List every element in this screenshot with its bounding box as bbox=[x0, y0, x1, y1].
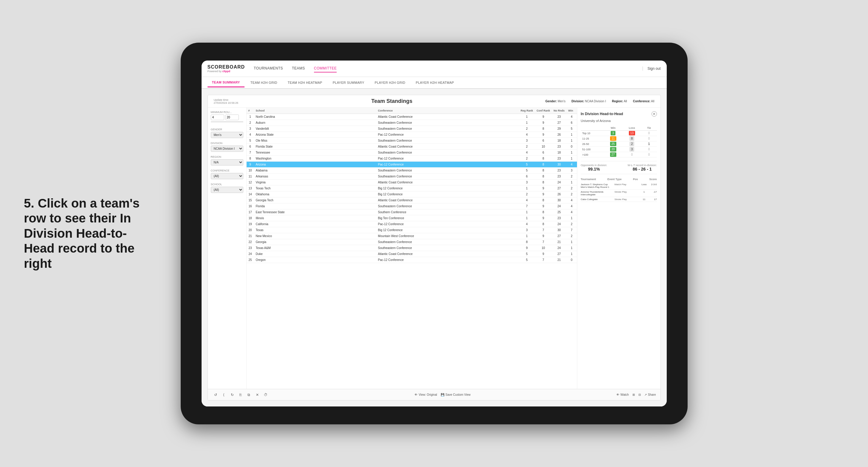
nav-tournaments[interactable]: TOURNAMENTS bbox=[254, 65, 283, 72]
table-row[interactable]: 9 Arizona Pac-12 Conference 5 8 30 4 bbox=[247, 162, 577, 167]
tournament-row-3[interactable]: Cabo Collegiate Stroke Play 11 17 bbox=[581, 197, 657, 202]
table-row[interactable]: 12 Virginia Atlantic Coast Conference 3 … bbox=[247, 180, 577, 186]
step-back-button[interactable]: ⟨ bbox=[221, 392, 227, 398]
subnav-team-summary[interactable]: TEAM SUMMARY bbox=[208, 78, 245, 87]
table-row[interactable]: 15 Georgia Tech Atlantic Coast Conferenc… bbox=[247, 197, 577, 204]
sub-nav: TEAM SUMMARY TEAM H2H GRID TEAM H2H HEAT… bbox=[202, 77, 667, 89]
tournament-row-1[interactable]: Jackson T. Stephens Cup Men's Match-Play… bbox=[581, 182, 657, 190]
table-row[interactable]: 24 Duke Atlantic Coast Conference 5 9 27… bbox=[247, 251, 577, 257]
conference-select[interactable]: (All) bbox=[211, 173, 243, 179]
grid-button[interactable]: ⊟ bbox=[639, 393, 641, 396]
nav-teams[interactable]: TEAMS bbox=[292, 65, 305, 72]
col-school: School bbox=[254, 108, 376, 114]
h2h-win: 25 bbox=[604, 142, 623, 147]
h2h-close-button[interactable]: ✕ bbox=[652, 111, 657, 117]
table-row[interactable]: 7 Tennessee Southeastern Conference 4 6 … bbox=[247, 150, 577, 156]
cell-rounds: 23 bbox=[552, 144, 566, 150]
table-row[interactable]: 5 Ole Miss Southeastern Conference 3 6 1… bbox=[247, 138, 577, 144]
delete-button[interactable]: ✕ bbox=[254, 392, 260, 398]
table-row[interactable]: 17 East Tennessee State Southern Confere… bbox=[247, 209, 577, 215]
col-conference: Conference bbox=[376, 108, 519, 114]
h2h-col-win: Win bbox=[604, 126, 623, 131]
table-row[interactable]: 6 Florida State Atlantic Coast Conferenc… bbox=[247, 144, 577, 150]
paste-button[interactable]: ⧉ bbox=[246, 392, 252, 398]
subnav-player-h2h-grid[interactable]: PLAYER H2H GRID bbox=[370, 79, 410, 87]
table-row[interactable]: 25 Oregon Pac-12 Conference 5 7 21 0 bbox=[247, 257, 577, 263]
table-row[interactable]: 16 Florida Southeastern Conference 7 9 2… bbox=[247, 204, 577, 209]
table-row[interactable]: 23 Texas A&M Southeastern Conference 9 1… bbox=[247, 245, 577, 251]
logo-area: SCOREBOARD Powered by clippd bbox=[208, 64, 245, 73]
app-title: SCOREBOARD bbox=[208, 64, 245, 70]
division-select[interactable]: NCAA Division I bbox=[211, 146, 243, 152]
history-button[interactable]: ⏱ bbox=[262, 392, 269, 398]
h2h-header: In Division Head-to-Head ✕ bbox=[581, 111, 657, 117]
tournament-row-2[interactable]: Arizona Thunderbirds Intercollegiate Str… bbox=[581, 190, 657, 197]
min-rounds-input1[interactable] bbox=[211, 115, 224, 120]
cell-rounds: 24 bbox=[552, 204, 566, 209]
subnav-player-summary[interactable]: PLAYER SUMMARY bbox=[328, 79, 369, 87]
cell-rounds: 29 bbox=[552, 126, 566, 132]
table-row[interactable]: 10 Alabama Southeastern Conference 5 8 2… bbox=[247, 167, 577, 174]
table-row[interactable]: 13 Texas Tech Big 12 Conference 1 9 27 2 bbox=[247, 186, 577, 191]
cell-school: North Carolina bbox=[254, 114, 376, 120]
table-row[interactable]: 1 North Carolina Atlantic Coast Conferen… bbox=[247, 114, 577, 120]
save-icon: 💾 bbox=[441, 393, 444, 396]
redo-button[interactable]: ↻ bbox=[229, 392, 236, 398]
table-row[interactable]: 14 Oklahoma Big 12 Conference 2 9 26 2 bbox=[247, 191, 577, 197]
cell-reg-rank: 3 bbox=[519, 227, 535, 233]
tourn-pos-2: 1 bbox=[640, 191, 648, 196]
layout-button[interactable]: ⊞ bbox=[632, 393, 635, 396]
brand-name: clippd bbox=[222, 70, 230, 73]
region-select[interactable]: N/A bbox=[211, 159, 243, 165]
bottom-toolbar: ↺ ⟨ ↻ ⎘ ⧉ ✕ ⏱ 👁 View: Original bbox=[208, 389, 660, 400]
cell-rank: 20 bbox=[247, 227, 254, 233]
table-row[interactable]: 21 New Mexico Mountain West Conference 1… bbox=[247, 233, 577, 239]
table-row[interactable]: 2 Auburn Southeastern Conference 1 9 27 … bbox=[247, 120, 577, 126]
col-conf-rank: Conf Rank bbox=[535, 108, 552, 114]
cell-win: 0 bbox=[566, 144, 577, 150]
division-group: Division NCAA Division I bbox=[211, 142, 243, 152]
gender-select[interactable]: Men's bbox=[211, 132, 243, 138]
copy-button[interactable]: ⎘ bbox=[237, 392, 244, 398]
cell-reg-rank: 4 bbox=[519, 150, 535, 156]
cell-rounds: 30 bbox=[552, 162, 566, 167]
cell-rank: 6 bbox=[247, 144, 254, 150]
sign-out-button[interactable]: Sign out bbox=[643, 66, 660, 71]
tourn-pos-1: Loss bbox=[640, 183, 648, 188]
table-row[interactable]: 20 Texas Big 12 Conference 3 7 30 7 bbox=[247, 227, 577, 233]
cell-rounds: 21 bbox=[552, 239, 566, 245]
h2h-tie: 1 bbox=[641, 142, 657, 147]
school-select[interactable]: (All) bbox=[211, 187, 243, 193]
subnav-team-h2h-heatmap[interactable]: TEAM H2H HEATMAP bbox=[283, 79, 327, 87]
table-row[interactable]: 11 Arkansas Southeastern Conference 6 8 … bbox=[247, 174, 577, 180]
cell-conference: Big 12 Conference bbox=[376, 227, 519, 233]
min-rounds-input2[interactable] bbox=[225, 115, 239, 120]
subnav-team-h2h-grid[interactable]: TEAM H2H GRID bbox=[246, 79, 282, 87]
share-button[interactable]: ↗ Share bbox=[644, 393, 656, 396]
cell-rounds: 24 bbox=[552, 245, 566, 251]
cell-rounds: 23 bbox=[552, 174, 566, 180]
col-score: Score bbox=[649, 178, 657, 181]
table-row[interactable]: 22 Georgia Southeastern Conference 8 7 2… bbox=[247, 239, 577, 245]
cell-win: 2 bbox=[566, 191, 577, 197]
table-row[interactable]: 18 Illinois Big Ten Conference 1 9 23 1 bbox=[247, 215, 577, 221]
table-row[interactable]: 4 Arizona State Pac-12 Conference 4 9 26… bbox=[247, 132, 577, 138]
cell-rounds: 18 bbox=[552, 150, 566, 156]
view-original-button[interactable]: 👁 View: Original bbox=[414, 393, 437, 396]
cell-conf-rank: 8 bbox=[535, 174, 552, 180]
watch-button[interactable]: 👁 Watch bbox=[616, 393, 629, 396]
save-custom-button[interactable]: 💾 Save Custom View bbox=[441, 393, 470, 396]
h2h-range: Top 10 bbox=[581, 131, 604, 136]
cell-win: 6 bbox=[566, 120, 577, 126]
cell-win: 3 bbox=[566, 167, 577, 174]
table-row[interactable]: 3 Vanderbilt Southeastern Conference 2 8… bbox=[247, 126, 577, 132]
nav-committee[interactable]: COMMITTEE bbox=[314, 65, 337, 72]
cell-conference: Pac-12 Conference bbox=[376, 257, 519, 263]
table-row[interactable]: 8 Washington Pac-12 Conference 2 8 23 1 bbox=[247, 156, 577, 162]
subnav-player-h2h-heatmap[interactable]: PLAYER H2H HEATMAP bbox=[411, 79, 458, 87]
update-time-area: Update time: 27/03/2024 16:56:26 bbox=[214, 98, 239, 104]
cell-rank: 2 bbox=[247, 120, 254, 126]
table-row[interactable]: 19 California Pac-12 Conference 4 8 24 2 bbox=[247, 221, 577, 227]
h2h-tie: 0 bbox=[641, 136, 657, 142]
undo-button[interactable]: ↺ bbox=[212, 392, 219, 398]
